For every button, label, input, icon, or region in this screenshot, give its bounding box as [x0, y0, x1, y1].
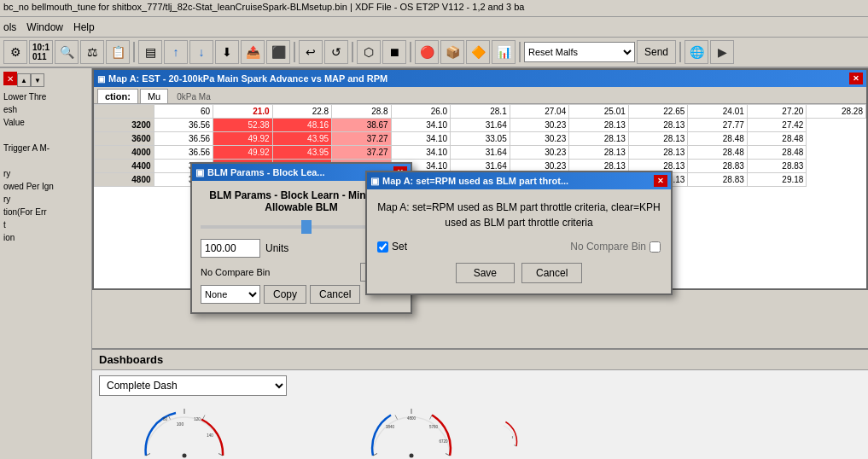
toolbar-btn-11[interactable]: ⬛ — [266, 40, 290, 64]
blm-cancel-button[interactable]: Cancel — [310, 285, 360, 304]
toolbar-btn-19[interactable]: 📊 — [492, 40, 516, 64]
sidebar-scroll-down[interactable]: ▼ — [31, 73, 44, 87]
dashboard-select-row: Complete Dash Simple Dash RPM Dash Fuel … — [92, 370, 868, 401]
rpm-cancel-button[interactable]: Cancel — [521, 263, 582, 283]
svg-point-19 — [410, 454, 414, 458]
cell-4000-2[interactable]: 43.95 — [272, 146, 332, 160]
cell-4000-7[interactable]: 28.13 — [569, 146, 629, 160]
toolbar-btn-6[interactable]: ▤ — [138, 40, 162, 64]
map-window-titlebar[interactable]: ▣ Map A: EST - 20-100kPa Main Spark Adva… — [94, 70, 866, 87]
menu-tools[interactable]: ols — [3, 21, 16, 33]
cell-4000-8[interactable]: 28.13 — [628, 146, 688, 160]
cell-3600-4[interactable]: 34.10 — [391, 132, 451, 146]
toolbar-btn-12[interactable]: ↩ — [299, 40, 323, 64]
toolbar-btn-10[interactable]: 📤 — [241, 40, 265, 64]
cell-3200-10[interactable]: 27.42 — [747, 119, 807, 132]
rpm-dialog-titlebar[interactable]: ▣ Map A: set=RPM used as BLM part throt.… — [367, 172, 671, 189]
dashboard-select[interactable]: Complete Dash Simple Dash RPM Dash Fuel … — [99, 375, 287, 396]
cell-4000-10[interactable]: 28.48 — [747, 146, 807, 160]
svg-text:6720: 6720 — [439, 439, 448, 444]
cell-4000-6[interactable]: 30.23 — [510, 146, 569, 160]
sidebar-item-2: Value — [3, 116, 88, 129]
toolbar-globe-btn[interactable]: 🌐 — [684, 40, 708, 64]
cell-3600-6[interactable]: 30.23 — [510, 132, 569, 146]
map-tab-1[interactable]: Mu — [140, 89, 168, 103]
toolbar-btn-3[interactable]: 🔍 — [55, 40, 79, 64]
cell-4000-5[interactable]: 31.64 — [451, 146, 510, 160]
toolbar-btn-4[interactable]: ⚖ — [80, 40, 104, 64]
rpm-save-button[interactable]: Save — [456, 263, 515, 283]
toolbar-btn-1[interactable]: ⚙ — [3, 40, 27, 64]
rpm-dialog-body: Map A: set=RPM used as BLM part throttle… — [367, 189, 671, 293]
rpm-dialog-close[interactable]: ✕ — [654, 175, 667, 187]
toolbar-btn-14[interactable]: ⬡ — [357, 40, 381, 64]
cell-4800-9[interactable]: 28.83 — [688, 173, 748, 187]
table-header-4: 26.0 — [391, 105, 451, 119]
cell-3200-5[interactable]: 31.64 — [451, 119, 510, 132]
sidebar: ✕ ▲ ▼ Lower Thre esh Value Trigger A M- … — [0, 68, 92, 459]
rpm-4400: 4400 — [95, 160, 154, 173]
cell-3200-4[interactable]: 34.10 — [391, 119, 451, 132]
cell-3600-3[interactable]: 37.27 — [332, 132, 392, 146]
cell-3200-9[interactable]: 27.77 — [688, 119, 748, 132]
cell-3600-1[interactable]: 49.92 — [213, 132, 273, 146]
toolbar-btn-17[interactable]: 📦 — [440, 40, 464, 64]
blm-value-input[interactable] — [201, 239, 260, 258]
cell-3200-2[interactable]: 48.16 — [272, 119, 332, 132]
blm-none-select[interactable]: None — [201, 285, 260, 304]
toolbar-send-btn[interactable]: Send — [637, 40, 676, 64]
rpm-dialog: ▣ Map A: set=RPM used as BLM part throt.… — [365, 171, 673, 295]
toolbar-btn-7[interactable]: ↑ — [164, 40, 188, 64]
cell-3200-3[interactable]: 38.67 — [332, 119, 392, 132]
rpm-checkbox-row: Set No Compare Bin — [377, 241, 661, 253]
svg-point-9 — [183, 454, 187, 458]
cell-4000-4[interactable]: 34.10 — [391, 146, 451, 160]
cell-4800-10[interactable]: 29.18 — [747, 173, 807, 187]
reset-malfs-select[interactable]: Reset Malfs — [524, 42, 635, 62]
cell-4000-0[interactable]: 36.56 — [154, 146, 213, 160]
map-window-close[interactable]: ✕ — [849, 73, 863, 84]
toolbar-btn-18[interactable]: 🔶 — [466, 40, 490, 64]
sidebar-close-btn[interactable]: ✕ — [3, 72, 17, 85]
svg-text:100: 100 — [177, 421, 184, 427]
menu-help[interactable]: Help — [73, 21, 95, 33]
cell-4400-9[interactable]: 28.83 — [688, 160, 748, 173]
toolbar-btn-2[interactable]: 10:1011 — [29, 40, 53, 64]
toolbar-btn-5[interactable]: 📋 — [106, 40, 130, 64]
cell-3200-7[interactable]: 28.13 — [569, 119, 629, 132]
rpm-no-compare-checkbox[interactable] — [650, 241, 661, 253]
cell-4400-10[interactable]: 28.83 — [747, 160, 807, 173]
svg-text:120: 120 — [194, 417, 201, 421]
dashboards-section: Dashboards Complete Dash Simple Dash RPM… — [92, 348, 868, 459]
main-area: ✕ ▲ ▼ Lower Thre esh Value Trigger A M- … — [0, 68, 868, 459]
cell-4000-3[interactable]: 37.27 — [332, 146, 392, 160]
toolbar-btn-9[interactable]: ⬇ — [215, 40, 239, 64]
blm-copy-button[interactable]: Copy — [264, 285, 306, 304]
cell-3200-6[interactable]: 30.23 — [510, 119, 569, 132]
toolbar-btn-15[interactable]: ⏹ — [382, 40, 406, 64]
toolbar-play-btn[interactable]: ▶ — [710, 40, 734, 64]
blm-slider-thumb[interactable] — [301, 220, 312, 234]
toolbar-btn-8[interactable]: ↓ — [189, 40, 213, 64]
cell-4000-1[interactable]: 49.92 — [213, 146, 273, 160]
rpm-dialog-text: Map A: set=RPM used as BLM part throttle… — [377, 200, 661, 230]
sidebar-scroll-up[interactable]: ▲ — [17, 73, 31, 87]
cell-3600-9[interactable]: 28.48 — [688, 132, 748, 146]
toolbar-btn-13[interactable]: ↺ — [324, 40, 348, 64]
cell-3200-8[interactable]: 28.13 — [628, 119, 688, 132]
cell-4000-9[interactable]: 28.48 — [688, 146, 748, 160]
cell-3200-1[interactable]: 52.38 — [213, 119, 273, 132]
cell-3600-10[interactable]: 28.48 — [747, 132, 807, 146]
cell-3600-8[interactable]: 28.13 — [628, 132, 688, 146]
cell-3600-0[interactable]: 36.56 — [154, 132, 213, 146]
toolbar-btn-16[interactable]: 🔴 — [415, 40, 439, 64]
cell-3200-0[interactable]: 36.56 — [154, 119, 213, 132]
menu-window[interactable]: Window — [26, 21, 63, 33]
map-tab-0[interactable]: ction: — [97, 89, 138, 103]
cell-3600-2[interactable]: 43.95 — [272, 132, 332, 146]
table-header-0: 60 — [154, 105, 213, 119]
cell-3600-7[interactable]: 28.13 — [569, 132, 629, 146]
rpm-set-checkbox[interactable] — [377, 241, 388, 253]
table-row: 3600 36.56 49.92 43.95 37.27 34.10 33.05… — [95, 132, 866, 146]
cell-3600-5[interactable]: 33.05 — [451, 132, 510, 146]
